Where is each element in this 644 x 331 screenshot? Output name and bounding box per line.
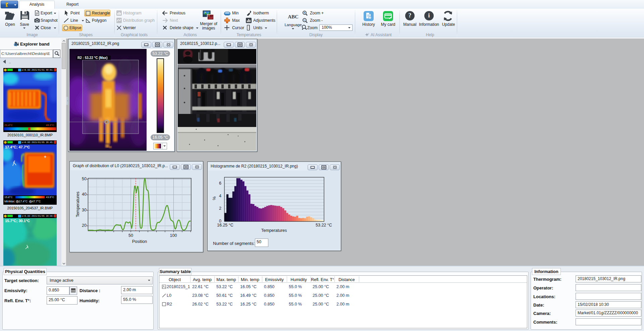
svg-text:R2 : 53.22 °C (Max): R2 : 53.22 °C (Max) [77, 56, 108, 60]
